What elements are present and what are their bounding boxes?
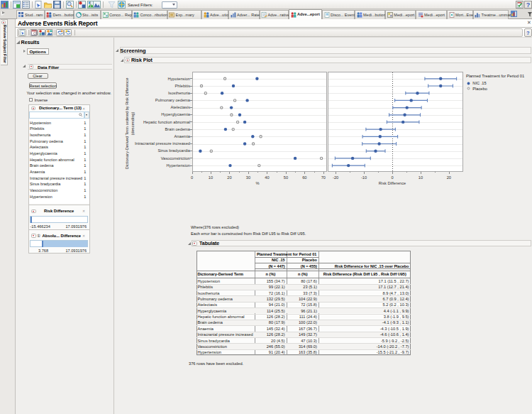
svg-text:?: ? xyxy=(526,1,531,9)
